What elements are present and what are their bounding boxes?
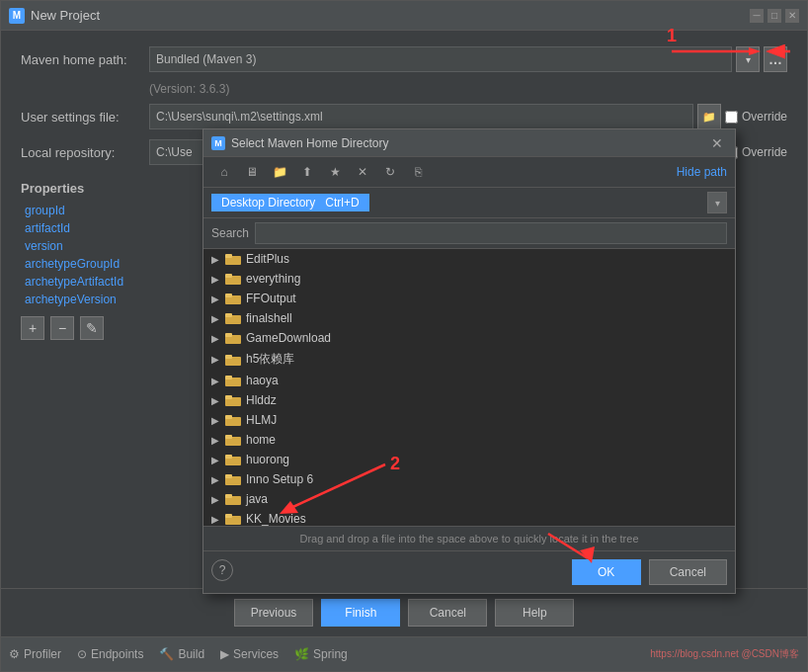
svg-rect-1 (225, 254, 232, 258)
folder-icon (225, 374, 241, 387)
edit-property-button[interactable]: ✎ (80, 316, 104, 340)
expand-icon: ▶ (211, 254, 225, 265)
dialog-ok-button[interactable]: OK (572, 559, 641, 585)
tree-item-gamedownload[interactable]: ▶ GameDownload (203, 328, 735, 348)
add-property-button[interactable]: + (21, 316, 44, 340)
tree-item-editplus[interactable]: ▶ EditPlus (203, 249, 735, 269)
svg-rect-27 (225, 514, 232, 518)
tree-item-huorong[interactable]: ▶ huorong (203, 450, 735, 469)
expand-icon: ▶ (211, 313, 225, 324)
toolbar-new-folder-button[interactable]: 📁 (267, 161, 292, 183)
folder-icon (225, 413, 241, 427)
help-button[interactable]: Help (495, 599, 574, 627)
previous-button[interactable]: Previous (234, 599, 314, 627)
folder-icon (225, 252, 241, 266)
expand-icon: ▶ (211, 415, 225, 426)
toolbar-home-button[interactable]: ⌂ (211, 161, 237, 183)
folder-icon (225, 331, 241, 345)
cancel-button[interactable]: Cancel (408, 599, 487, 627)
drag-hint: Drag and drop a file into the space abov… (203, 526, 735, 550)
folder-name: EditPlus (246, 252, 289, 266)
expand-icon: ▶ (211, 274, 225, 285)
tree-item-h5依赖库[interactable]: ▶ h5依赖库 (203, 348, 735, 371)
svg-rect-25 (225, 494, 232, 498)
folder-icon (225, 311, 241, 325)
folder-icon (225, 393, 241, 407)
search-label: Search (211, 226, 249, 240)
status-build[interactable]: 🔨 Build (159, 647, 204, 661)
minimize-button[interactable]: ─ (750, 9, 764, 23)
tree-item-java[interactable]: ▶ java (203, 489, 735, 509)
folder-icon (225, 433, 241, 447)
toolbar-desktop-button[interactable]: 🖥 (239, 161, 265, 183)
file-tree[interactable]: ▶ EditPlus▶ everything▶ FFOutput▶ finals… (203, 249, 735, 526)
dialog-help-button[interactable]: ? (211, 559, 233, 581)
tree-item-home[interactable]: ▶ home (203, 430, 735, 450)
desktop-directory-tab[interactable]: Desktop Directory Ctrl+D (211, 194, 369, 211)
folder-name: home (246, 433, 276, 447)
tree-item-finalshell[interactable]: ▶ finalshell (203, 308, 735, 328)
bottom-bar: Previous Finish Cancel Help (1, 588, 807, 636)
status-services[interactable]: ▶ Services (220, 647, 279, 661)
svg-rect-11 (225, 355, 232, 359)
svg-rect-21 (225, 455, 232, 459)
toolbar-favorites-button[interactable]: ★ (322, 161, 348, 183)
dialog-buttons: ? OK Cancel (203, 550, 735, 593)
folder-name: FFOutput (246, 292, 296, 305)
toolbar-up-button[interactable]: ⬆ (294, 161, 320, 183)
remove-property-button[interactable]: − (50, 316, 74, 340)
expand-icon: ▶ (211, 514, 225, 525)
svg-rect-23 (225, 474, 232, 478)
finish-button[interactable]: Finish (321, 599, 400, 627)
user-settings-override-checkbox[interactable] (725, 111, 738, 124)
folder-name: everything (246, 272, 300, 286)
search-input[interactable] (255, 222, 727, 244)
dialog-toolbar: ⌂ 🖥 📁 ⬆ ★ ✕ ↻ ⎘ Hide path (203, 157, 735, 188)
tree-item-hlmj[interactable]: ▶ HLMJ (203, 410, 735, 430)
expand-icon: ▶ (211, 455, 225, 465)
toolbar-copy-button[interactable]: ⎘ (405, 161, 431, 183)
folder-icon (225, 292, 241, 305)
maven-home-more-button[interactable]: … (764, 46, 787, 72)
status-profiler[interactable]: ⚙ Profiler (9, 647, 61, 661)
user-settings-input[interactable] (149, 104, 693, 129)
dialog-cancel-button[interactable]: Cancel (649, 559, 727, 585)
tree-item-haoya[interactable]: ▶ haoya (203, 371, 735, 390)
path-tabs: Desktop Directory Ctrl+D (211, 194, 369, 211)
user-settings-browse-button[interactable]: 📁 (697, 104, 721, 129)
toolbar-delete-button[interactable]: ✕ (350, 161, 375, 183)
tree-item-inno-setup-6[interactable]: ▶ Inno Setup 6 (203, 469, 735, 489)
profiler-icon: ⚙ (9, 647, 20, 661)
close-button[interactable]: ✕ (785, 9, 799, 23)
dialog-close-button[interactable]: ✕ (707, 135, 727, 151)
select-maven-dialog: M Select Maven Home Directory ✕ ⌂ 🖥 📁 ⬆ … (202, 128, 736, 594)
status-spring[interactable]: 🌿 Spring (294, 647, 348, 661)
toolbar-refresh-button[interactable]: ↻ (377, 161, 403, 183)
tree-item-ffoutput[interactable]: ▶ FFOutput (203, 289, 735, 308)
status-endpoints[interactable]: ⊙ Endpoints (77, 647, 143, 661)
hide-path-button[interactable]: Hide path (677, 165, 727, 179)
path-dropdown-button[interactable]: ▾ (707, 192, 727, 213)
window-title: New Project (31, 8, 750, 23)
version-text: (Version: 3.6.3) (149, 82, 787, 96)
folder-name: GameDownload (246, 331, 331, 345)
folder-name: haoya (246, 374, 279, 387)
maven-home-input[interactable] (149, 46, 732, 72)
tree-item-everything[interactable]: ▶ everything (203, 269, 735, 289)
tree-item-kk_movies[interactable]: ▶ KK_Movies (203, 509, 735, 526)
local-repo-label: Local repository: (21, 145, 149, 160)
folder-icon (225, 492, 241, 506)
expand-icon: ▶ (211, 354, 225, 365)
tree-item-hlddz[interactable]: ▶ Hlddz (203, 390, 735, 410)
user-settings-override-label: Override (725, 110, 787, 124)
status-bar: ⚙ Profiler ⊙ Endpoints 🔨 Build ▶ Service… (1, 636, 807, 671)
expand-icon: ▶ (211, 395, 225, 406)
dialog-icon: M (211, 136, 225, 150)
folder-name: h5依赖库 (246, 351, 294, 368)
maximize-button[interactable]: □ (768, 9, 781, 23)
maven-home-dropdown[interactable]: ▾ (736, 46, 760, 72)
user-settings-row: User settings file: 📁 Override (21, 104, 787, 129)
svg-rect-3 (225, 274, 232, 278)
app-icon: M (9, 8, 25, 24)
svg-rect-19 (225, 435, 232, 439)
